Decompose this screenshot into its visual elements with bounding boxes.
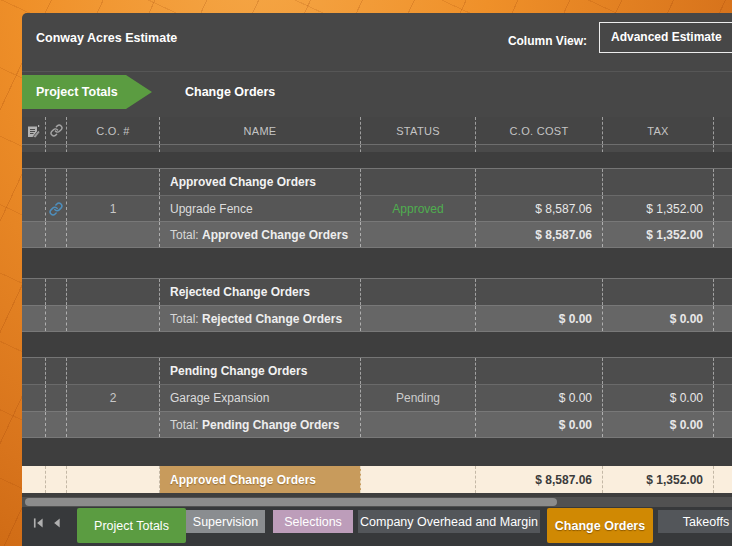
header-status[interactable]: STATUS [361,117,476,144]
group-header-rejected: Rejected Change Orders [22,278,732,305]
name-cell[interactable]: Garage Expansion [160,385,361,411]
status-cell[interactable]: Pending [361,385,476,411]
previous-icon[interactable] [51,517,62,529]
breadcrumb-project-totals[interactable]: Project Totals [22,75,152,109]
tab-takeoffs[interactable]: Takeoffs [658,510,732,533]
horizontal-scrollbar[interactable] [22,497,732,507]
summary-cost: $ 8,587.06 [476,466,603,493]
tab-supervision[interactable]: Supervision [186,510,265,533]
link-icon [50,124,63,137]
group-title: Approved Change Orders [160,169,361,195]
edit-cell[interactable] [22,196,46,221]
tab-selections[interactable]: Selections [273,510,353,533]
group-title: Rejected Change Orders [160,279,361,305]
column-view-select[interactable]: Advanced Estimate [599,22,732,53]
co-number-cell[interactable]: 1 [67,196,160,221]
total-label: Total: Pending Change Orders [160,412,361,437]
column-view-label: Column View: [508,34,587,48]
table-row-upgrade-fence[interactable]: 1 Upgrade Fence Approved $ 8,587.06 $ 1,… [22,195,732,221]
header-tax[interactable]: TAX [603,117,714,144]
edit-column-header[interactable] [22,117,46,144]
edit-form-icon [27,124,41,138]
summary-label: Approved Change Orders [160,466,361,493]
link-cell[interactable] [46,385,67,411]
header-co-num[interactable]: C.O. # [67,117,160,144]
estimate-panel: Conway Acres Estimate Column View: Advan… [22,13,732,546]
app-window: Conway Acres Estimate Column View: Advan… [0,0,732,546]
total-cost: $ 8,587.06 [476,222,603,247]
link-icon [49,202,63,216]
grid-header-row: C.O. # NAME STATUS C.O. COST TAX [22,117,732,145]
total-row-rejected: Total: Rejected Change Orders $ 0.00 $ 0… [22,305,732,332]
group-spacer [22,152,732,168]
change-orders-grid: C.O. # NAME STATUS C.O. COST TAX Approve… [22,117,732,507]
summary-row-approved: Approved Change Orders $ 8,587.06 $ 1,35… [22,466,732,493]
total-cost: $ 0.00 [476,412,603,437]
status-cell[interactable]: Approved [361,196,476,221]
tab-project-totals[interactable]: Project Totals [77,508,186,543]
cost-cell[interactable]: $ 8,587.06 [476,196,603,221]
tax-cell[interactable]: $ 1,352.00 [603,196,714,221]
table-row-garage-expansion[interactable]: 2 Garage Expansion Pending $ 0.00 $ 0.00 [22,384,732,411]
group-spacer [22,438,732,466]
breadcrumb-current: Change Orders [185,72,275,112]
summary-tax: $ 1,352.00 [603,466,714,493]
header-name[interactable]: NAME [160,117,361,144]
total-row-pending: Total: Pending Change Orders $ 0.00 $ 0.… [22,411,732,438]
group-title: Pending Change Orders [160,358,361,384]
total-label: Total: Approved Change Orders [160,222,361,247]
first-page-icon[interactable] [33,517,44,529]
header-extra [714,117,732,144]
title-bar: Conway Acres Estimate Column View: Advan… [22,13,732,71]
co-number-cell[interactable]: 2 [67,385,160,411]
tab-change-orders[interactable]: Change Orders [547,508,653,543]
group-spacer [22,332,732,357]
total-tax: $ 0.00 [603,412,714,437]
header-cost[interactable]: C.O. COST [476,117,603,144]
group-header-pending: Pending Change Orders [22,357,732,384]
group-spacer [22,248,732,278]
cost-cell[interactable]: $ 0.00 [476,385,603,411]
blank-entry-row[interactable] [22,145,732,152]
link-column-header[interactable] [46,117,67,144]
total-cost: $ 0.00 [476,306,603,331]
total-tax: $ 1,352.00 [603,222,714,247]
tab-company-overhead-and-margin[interactable]: Company Overhead and Margin [358,510,540,533]
name-cell[interactable]: Upgrade Fence [160,196,361,221]
total-label: Total: Rejected Change Orders [160,306,361,331]
link-cell[interactable] [46,196,67,221]
tax-cell[interactable]: $ 0.00 [603,385,714,411]
group-header-approved: Approved Change Orders [22,168,732,195]
breadcrumb: Project Totals Change Orders [22,72,732,117]
sheet-tab-bar: Project Totals Supervision Selections Co… [22,507,732,546]
edit-cell[interactable] [22,385,46,411]
scrollbar-thumb[interactable] [25,498,557,506]
page-title: Conway Acres Estimate [36,31,177,45]
total-row-approved: Total: Approved Change Orders $ 8,587.06… [22,221,732,248]
total-tax: $ 0.00 [603,306,714,331]
